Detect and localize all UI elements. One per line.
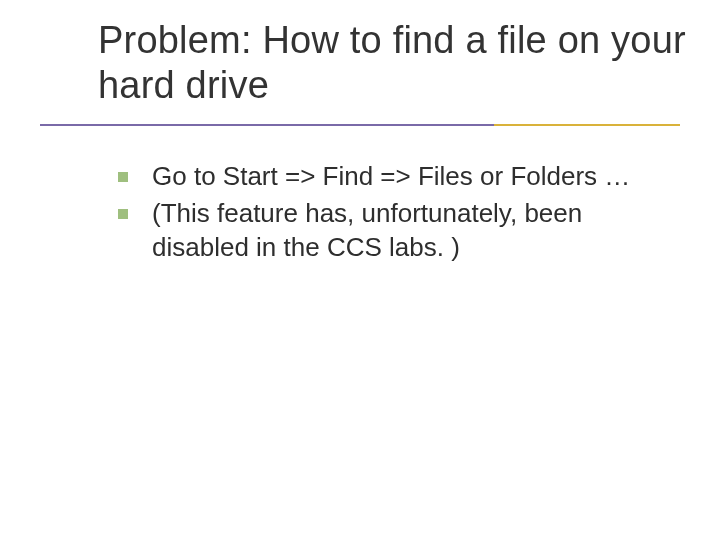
- slide: Problem: How to find a file on your hard…: [0, 0, 720, 540]
- body-area: Go to Start => Find => Files or Folders …: [118, 160, 678, 268]
- title-underline: [40, 124, 680, 126]
- list-item: Go to Start => Find => Files or Folders …: [118, 160, 678, 193]
- square-bullet-icon: [118, 209, 128, 219]
- square-bullet-icon: [118, 172, 128, 182]
- slide-title: Problem: How to find a file on your hard…: [98, 18, 688, 108]
- list-item: (This feature has, unfortunately, been d…: [118, 197, 678, 264]
- bullet-text: Go to Start => Find => Files or Folders …: [152, 160, 678, 193]
- bullet-text: (This feature has, unfortunately, been d…: [152, 197, 678, 264]
- title-block: Problem: How to find a file on your hard…: [98, 18, 688, 108]
